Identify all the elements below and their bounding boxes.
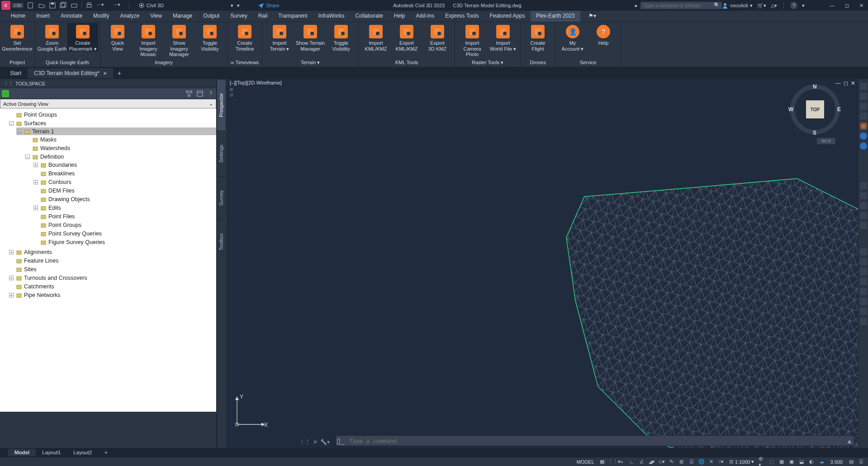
tree-node[interactable]: Point Files (33, 212, 216, 220)
panel-icon[interactable] (196, 90, 204, 97)
workspace-dropdown[interactable]: Civil 3D ▾ ▾ (134, 1, 244, 9)
menu-item-collaborate[interactable]: Collaborate (350, 11, 388, 22)
layout-tab-layout2[interactable]: Layout2 (67, 449, 98, 456)
saveas-icon[interactable] (60, 2, 67, 9)
isoplane-icon[interactable]: ◢▾ (649, 459, 655, 465)
ribbon-my-account-button[interactable]: 👤MyAccount ▾ (557, 23, 588, 52)
tree-twisty-icon[interactable]: – (25, 155, 30, 159)
tree-node[interactable]: DEM Files (33, 187, 216, 194)
window-minimize-button[interactable]: — (827, 2, 837, 9)
user-menu[interactable]: vsoulioti ▾ (722, 2, 753, 9)
menu-item-output[interactable]: Output (198, 11, 225, 22)
menu-item-insert[interactable]: Insert (31, 11, 55, 22)
menu-item-home[interactable]: Home (5, 11, 31, 22)
viewcube-west[interactable]: W (788, 106, 793, 113)
tree-twisty-icon[interactable]: + (33, 206, 38, 210)
status-icon[interactable]: ☰ (688, 459, 695, 465)
dynamic-input-icon[interactable]: ✎ (669, 459, 675, 465)
menu-item-add-ins[interactable]: Add-ins (410, 11, 440, 22)
tree-icon[interactable] (185, 90, 193, 97)
search-icon[interactable]: 🔍 (714, 2, 720, 8)
status-icon[interactable]: ✕ (708, 459, 715, 465)
viewcube-north[interactable]: N (813, 84, 817, 90)
customize-status-icon[interactable]: ☰ (858, 459, 864, 465)
nav-tool-icon[interactable] (860, 258, 867, 265)
nav-globe-icon[interactable] (860, 142, 867, 150)
tree-node[interactable]: –Terrain 1 (16, 127, 216, 135)
document-tab[interactable]: C3D Terrain Model Editing*✕ (28, 68, 113, 78)
layout-tab-model[interactable]: Model (8, 449, 36, 456)
nav-tool-icon[interactable] (860, 222, 867, 229)
tree-node[interactable]: +Alignments (8, 248, 216, 256)
osnap-icon[interactable]: ◇▾ (659, 459, 665, 465)
search-box[interactable]: 🔍 (640, 2, 722, 9)
menu-item-help[interactable]: Help (389, 11, 411, 22)
viewcube-face[interactable]: TOP (806, 100, 824, 118)
nav-tool-icon[interactable] (860, 268, 867, 275)
ribbon-help--button[interactable]: ?Help (588, 23, 619, 46)
ribbon-create-timeline-button[interactable]: CreateTimeline (229, 23, 260, 52)
gear-icon[interactable]: ⚙ ▾ (759, 459, 765, 465)
tree-node[interactable]: +Pipe Networks (8, 291, 216, 299)
ribbon-toggle-visibility-button[interactable]: ToggleVisibility (194, 23, 225, 52)
nav-tool-icon[interactable] (860, 248, 867, 255)
new-icon[interactable] (27, 2, 34, 9)
side-tab-toolbox[interactable]: Toolbox (217, 219, 225, 264)
nav-pan-icon[interactable] (860, 182, 867, 189)
tree-twisty-icon[interactable]: + (33, 180, 38, 184)
nav-orbit-icon[interactable] (860, 202, 867, 209)
tree-twisty-icon[interactable]: + (9, 293, 14, 297)
ribbon-create-flight-button[interactable]: CreateFlight (522, 23, 553, 52)
menu-item-modify[interactable]: Modify (88, 11, 114, 22)
ribbon-import-imagery-mosaic-button[interactable]: Import ImageryMosaic (133, 23, 164, 57)
status-icon[interactable]: ⬓ (798, 459, 805, 465)
print-icon[interactable] (85, 2, 93, 9)
search-input[interactable] (640, 2, 722, 9)
share-button[interactable]: Share (258, 2, 279, 9)
view-dropdown[interactable]: Active Drawing View ⌄ (0, 99, 216, 108)
add-layout-button[interactable]: + (98, 449, 114, 456)
tree-node[interactable]: Breaklines (33, 169, 216, 177)
menu-item-annotate[interactable]: Annotate (55, 11, 88, 22)
nav-wheel-icon[interactable] (860, 122, 867, 130)
menu-item-express-tools[interactable]: Express Tools (440, 11, 484, 22)
drawing-icon[interactable] (2, 90, 9, 97)
ribbon-show-imagery-manager-button[interactable]: Show ImageryManager (164, 23, 194, 57)
tree-node[interactable]: +Edits (33, 204, 216, 212)
globe-icon[interactable]: 🌐 (698, 459, 705, 465)
document-tab[interactable]: Start (4, 68, 28, 78)
side-tab-survey[interactable]: Survey (217, 176, 225, 219)
viewcube-south[interactable]: S (813, 130, 816, 136)
polar-icon[interactable]: ∠ (639, 459, 645, 465)
tree-node[interactable]: +Boundaries (33, 161, 216, 169)
help-icon[interactable]: ? (790, 2, 797, 9)
tree-node[interactable]: –Definition (24, 153, 216, 160)
status-icon[interactable]: ▤ (848, 459, 854, 465)
close-tab-icon[interactable]: ✕ (103, 71, 107, 76)
ribbon-show-terrain-manager-button[interactable]: Show TerrainManager (295, 23, 326, 52)
undo-icon[interactable]: ←▾ (96, 2, 109, 9)
ribbon-toggle-visibility-button[interactable]: ToggleVisibility (326, 23, 356, 52)
nav-tool-icon[interactable] (860, 318, 867, 325)
tree-node[interactable]: +Contours (33, 178, 216, 186)
tree-node[interactable]: –Surfaces (8, 119, 216, 127)
nav-tool-icon[interactable] (860, 93, 867, 100)
menu-item-rail[interactable]: Rail (253, 11, 273, 22)
human-icon[interactable]: 𖠋▾ (718, 459, 725, 465)
tree-node[interactable]: Point Survey Queries (33, 230, 216, 237)
ribbon-zoom-google-earth-button[interactable]: ZoomGoogle Earth (37, 23, 67, 52)
tree-node[interactable]: Feature Lines (8, 257, 216, 264)
menu-item-infraworks[interactable]: InfraWorks (313, 11, 350, 22)
model-space-button[interactable]: MODEL (576, 459, 595, 465)
menu-item-manage[interactable]: Manage (167, 11, 198, 22)
ribbon-import-kml-kmz-button[interactable]: ImportKML/KMZ (360, 23, 391, 52)
featured-flag-icon[interactable]: ⚑▾ (585, 11, 600, 22)
nav-zoom-icon[interactable] (860, 192, 867, 199)
status-icon[interactable]: + (619, 459, 625, 465)
command-history-button[interactable]: ▴ (845, 437, 854, 445)
nav-tool-icon[interactable] (860, 212, 867, 219)
ribbon-export-kml-kmz-button[interactable]: ExportKML/KMZ (391, 23, 422, 52)
cmd-handle-icon[interactable]: ⋮⋮ (299, 439, 310, 445)
status-icon[interactable]: ▣ (788, 459, 795, 465)
command-line[interactable]: ▯_ ▴ (336, 435, 854, 446)
